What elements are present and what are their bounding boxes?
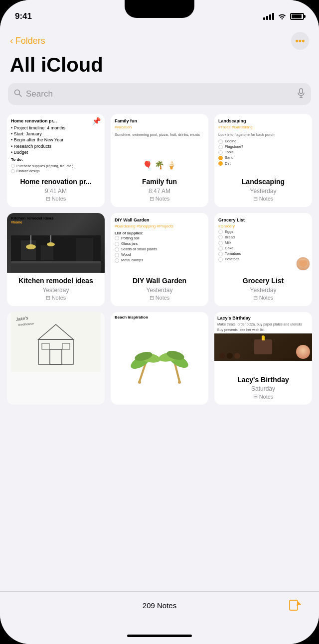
cb-tools xyxy=(218,150,223,155)
cb-wood xyxy=(115,253,119,257)
battery-icon xyxy=(290,13,304,20)
note-title: Home renovation pr... xyxy=(11,178,101,186)
status-time: 9:41 xyxy=(15,11,32,21)
cb-soil xyxy=(115,236,119,240)
thumb-title: Beach inspiration xyxy=(115,315,148,320)
svg-rect-6 xyxy=(21,240,36,260)
cb-clamps xyxy=(115,258,119,263)
note-item-kitchen-remodel[interactable]: Kitchen remodel ideas#home xyxy=(7,213,105,306)
notes-grid: Home renovation pr... Project timeline: … xyxy=(0,114,319,412)
note-folder: ⊟ Notes xyxy=(218,295,308,301)
note-folder: ⊟ Notes xyxy=(115,196,204,202)
note-date: 9:41 AM xyxy=(11,188,101,195)
microphone-icon[interactable] xyxy=(297,88,305,101)
note-item-jakes[interactable]: Jake's treehouse Jake's Saturday ⊟ Notes xyxy=(7,312,105,405)
header-nav: ‹ Folders ••• xyxy=(0,27,319,52)
note-thumbnail-family-fun: Family fun #vacation Sunshine, swimming … xyxy=(111,114,208,174)
folder-name: Notes xyxy=(259,394,274,400)
folder-name: Notes xyxy=(259,295,274,301)
note-info-kitchen: Kitchen remodel ideas Yesterday ⊟ Notes xyxy=(7,273,105,306)
back-button[interactable]: ‹ Folders xyxy=(10,35,45,46)
thumb-title: Lacy's Birthday xyxy=(217,315,309,321)
back-label: Folders xyxy=(15,36,45,46)
note-info-landscaping: Landscaping Yesterday ⊟ Notes xyxy=(214,174,312,207)
thumb-title: Landscaping xyxy=(218,118,308,124)
back-chevron-icon: ‹ xyxy=(10,35,13,46)
cb-coke xyxy=(218,246,223,251)
thumb-title: Grocery List xyxy=(218,217,308,223)
cb-jars xyxy=(115,242,119,246)
more-button[interactable]: ••• xyxy=(291,32,309,50)
note-folder: ⊟ Notes xyxy=(218,196,308,202)
thumb-tag: #vacation xyxy=(115,125,204,130)
status-icons xyxy=(263,12,304,21)
note-item-home-renovation[interactable]: Home renovation pr... Project timeline: … xyxy=(7,114,105,207)
search-icon xyxy=(14,89,22,99)
signal-icon xyxy=(263,13,274,20)
cb-milk xyxy=(218,241,223,245)
note-folder: ⊟ Notes xyxy=(11,196,101,202)
note-date: Saturday xyxy=(218,385,308,392)
note-info-home-renovation: Home renovation pr... 9:41 AM ⊟ Notes xyxy=(7,174,105,207)
cb-potatoes xyxy=(218,257,223,262)
lacy-avatar xyxy=(296,345,310,359)
folder-name: Notes xyxy=(156,295,170,301)
folder-name: Notes xyxy=(52,196,66,202)
grocery-avatar xyxy=(296,257,310,271)
kitchen-tag: #home xyxy=(11,220,53,224)
folder-name: Notes xyxy=(259,196,274,202)
svg-point-12 xyxy=(47,242,55,246)
cb-eggs xyxy=(218,229,223,234)
notes-count: 209 Notes xyxy=(143,601,176,610)
note-item-lacys-birthday[interactable]: Lacy's Birthday Make treats, order pizza… xyxy=(214,312,312,405)
thumb-tag: #Gardening #Shopping #Projects xyxy=(115,224,204,229)
cb-dirt xyxy=(218,161,223,166)
note-thumbnail-home-renovation: Home renovation pr... Project timeline: … xyxy=(7,114,105,174)
cb-sand xyxy=(218,156,223,160)
note-folder: ⊟ Notes xyxy=(218,393,308,400)
svg-rect-33 xyxy=(290,600,298,610)
svg-rect-14 xyxy=(11,261,101,263)
note-thumbnail-landscaping: Landscaping #Trees #Gardening Look into … xyxy=(214,114,312,174)
search-placeholder: Search xyxy=(26,89,293,99)
note-item-landscaping[interactable]: Landscaping #Trees #Gardening Look into … xyxy=(214,114,312,207)
cb-edging xyxy=(218,139,223,144)
home-bar xyxy=(127,635,192,637)
folder-icon: ⊟ xyxy=(253,295,258,301)
cake-icon xyxy=(254,339,272,354)
folder-icon: ⊟ xyxy=(150,196,154,202)
note-info-diy: DIY Wall Garden Yesterday ⊟ Notes xyxy=(111,273,208,306)
phone-notch xyxy=(125,0,194,18)
svg-point-31 xyxy=(138,381,141,384)
svg-rect-7 xyxy=(41,245,53,260)
note-item-diy-wall-garden[interactable]: DIY Wall Garden #Gardening #Shopping #Pr… xyxy=(111,213,208,306)
note-date: Yesterday xyxy=(11,287,101,294)
note-info-grocery: Grocery List Yesterday ⊟ Notes xyxy=(214,273,312,306)
compose-button[interactable] xyxy=(286,597,304,615)
svg-point-32 xyxy=(178,381,181,384)
note-title: Kitchen remodel ideas xyxy=(11,277,101,285)
note-title: Family fun xyxy=(115,178,204,186)
svg-line-1 xyxy=(19,95,22,97)
checkbox-2 xyxy=(11,169,15,173)
main-content: ‹ Folders ••• All iCloud Search xyxy=(0,27,319,591)
note-item-grocery-list[interactable]: Grocery List #Grocery Eggs Bread Milk Co… xyxy=(214,213,312,306)
folder-icon: ⊟ xyxy=(253,393,258,400)
family-emojis: 🎈🌴🍦 xyxy=(111,160,208,170)
folder-name: Notes xyxy=(52,295,66,301)
note-item-beach-inspiration[interactable]: Beach inspiration xyxy=(111,312,208,405)
note-thumbnail-kitchen: Kitchen remodel ideas#home xyxy=(7,213,105,273)
more-icon: ••• xyxy=(296,36,305,46)
search-bar[interactable]: Search xyxy=(8,83,311,105)
note-date: Yesterday xyxy=(218,287,308,294)
note-thumbnail-lacy: Lacy's Birthday Make treats, order pizza… xyxy=(214,312,312,372)
checkbox-1 xyxy=(11,164,15,168)
note-title: Grocery List xyxy=(218,277,308,285)
folder-icon: ⊟ xyxy=(150,295,154,301)
svg-rect-8 xyxy=(76,238,93,263)
note-item-family-fun[interactable]: Family fun #vacation Sunshine, swimming … xyxy=(111,114,208,207)
thumb-tag: #Trees #Gardening xyxy=(218,125,308,130)
folder-icon: ⊟ xyxy=(46,196,50,202)
note-folder: ⊟ Notes xyxy=(11,295,101,301)
note-date: Yesterday xyxy=(218,188,308,195)
